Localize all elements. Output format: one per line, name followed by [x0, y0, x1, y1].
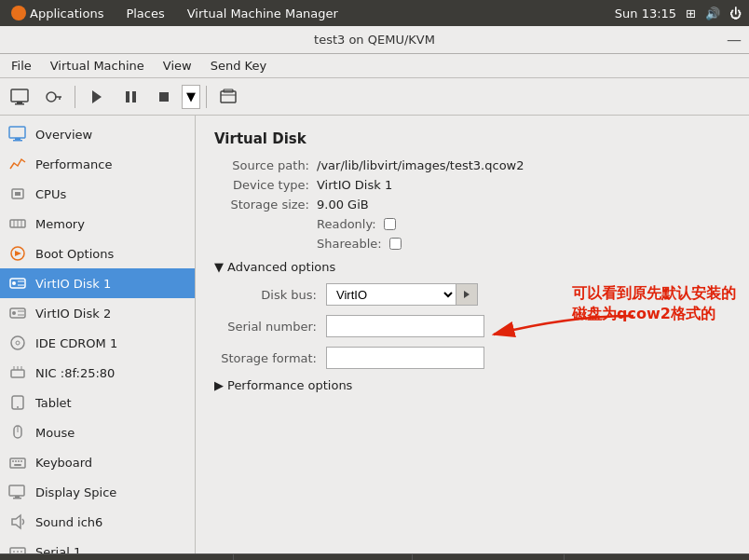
- section-title: Virtual Disk: [214, 130, 730, 147]
- storage-size-label: Storage size:: [214, 198, 317, 212]
- storage-format-row: Storage format: qcow2: [214, 347, 730, 369]
- window-titlebar: test3 on QEMU/KVM —: [0, 26, 749, 54]
- tablet-icon: [7, 392, 28, 413]
- sidebar-item-nic[interactable]: NIC :8f:25:80: [0, 358, 195, 388]
- sidebar-item-cpus-label: CPUs: [35, 187, 66, 201]
- svg-point-33: [16, 341, 20, 345]
- svg-rect-1: [17, 102, 22, 103]
- perf-collapse-icon: ▶: [214, 378, 224, 392]
- nic-icon: [7, 362, 28, 383]
- performance-options-section[interactable]: ▶ Performance options: [214, 378, 730, 392]
- play-button[interactable]: [81, 82, 113, 112]
- sidebar-item-keyboard[interactable]: Keyboard: [0, 447, 195, 477]
- snapshot-icon: [219, 89, 238, 105]
- toolbar-separator-2: [206, 86, 207, 108]
- sidebar-item-virtio-disk-1[interactable]: VirtIO Disk 1: [0, 268, 195, 298]
- cdrom-icon: [7, 333, 28, 353]
- power-icon[interactable]: ⏻: [729, 7, 742, 20]
- stop-button[interactable]: [148, 82, 180, 112]
- minimize-button[interactable]: —: [727, 33, 742, 48]
- snapshot-button[interactable]: [212, 82, 244, 112]
- storage-format-label: Storage format:: [214, 351, 326, 365]
- sound-icon: [7, 512, 28, 532]
- sidebar-item-tablet[interactable]: Tablet: [0, 388, 195, 417]
- svg-rect-14: [15, 138, 20, 140]
- sidebar-item-sound[interactable]: Sound ich6: [0, 507, 195, 537]
- keyboard-icon: [7, 452, 28, 472]
- sidebar-item-ide-cdrom[interactable]: IDE CDROM 1: [0, 328, 195, 358]
- advanced-header[interactable]: ▼ Advanced options: [214, 260, 730, 274]
- svg-rect-15: [13, 140, 22, 142]
- sidebar-item-boot-label: Boot Options: [35, 247, 114, 261]
- distro-menu[interactable]: Applications: [7, 4, 107, 22]
- svg-marker-23: [15, 251, 21, 256]
- status-item-terminal[interactable]: root@youngfit:/var/lib/libvirt/ima...: [0, 554, 234, 560]
- disk-bus-arrow-button[interactable]: [456, 283, 478, 306]
- svg-rect-2: [15, 103, 24, 105]
- toolbar-dropdown[interactable]: ▼: [182, 85, 200, 109]
- display-icon: [7, 482, 28, 502]
- serial-icon: [7, 541, 28, 553]
- svg-marker-59: [464, 291, 470, 298]
- serial-number-label: Serial number:: [214, 320, 326, 334]
- storage-size-value: 9.00 GiB: [317, 198, 369, 212]
- sidebar-item-cpus[interactable]: CPUs: [0, 179, 195, 209]
- sidebar-item-virtio-disk-2[interactable]: VirtIO Disk 2: [0, 298, 195, 328]
- virtual-machine-menu[interactable]: Virtual Machine: [43, 57, 152, 75]
- app-menubar: File Virtual Machine View Send Key: [0, 54, 749, 78]
- places-menu[interactable]: Places: [122, 5, 168, 22]
- view-menu[interactable]: View: [156, 57, 199, 75]
- sidebar-item-performance[interactable]: Performance: [0, 149, 195, 179]
- disk-2-icon: [7, 303, 28, 323]
- source-path-value: /var/lib/libvirt/images/test3.qcow2: [317, 158, 524, 172]
- sidebar-item-serial-label: Serial 1: [35, 545, 81, 554]
- play-icon: [90, 89, 103, 104]
- stop-icon: [157, 90, 170, 103]
- applications-menu[interactable]: Applications: [30, 7, 103, 20]
- key-button[interactable]: [37, 82, 69, 112]
- disk-bus-row: Disk bus: VirtIO: [214, 283, 730, 306]
- sidebar-item-mouse[interactable]: Mouse: [0, 417, 195, 447]
- clock: Sun 13:15: [615, 7, 676, 20]
- performance-icon: [7, 154, 28, 174]
- send-key-menu[interactable]: Send Key: [203, 57, 274, 75]
- disk-bus-select[interactable]: VirtIO: [326, 283, 456, 306]
- sidebar-item-display-spice[interactable]: Display Spice: [0, 477, 195, 507]
- arrow-right-icon: [462, 290, 471, 299]
- sidebar-item-boot[interactable]: Boot Options: [0, 239, 195, 268]
- sidebar: Overview Performance CPUs Memory Boot Op: [0, 116, 196, 553]
- top-menubar: Applications Places Virtual Machine Mana…: [0, 0, 749, 26]
- shareable-checkbox[interactable]: [389, 238, 402, 250]
- pause-button[interactable]: [115, 82, 146, 112]
- svg-rect-10: [221, 91, 236, 102]
- clock-area: Sun 13:15 ⊞ 🔊 ⏻: [615, 7, 742, 20]
- readonly-checkbox[interactable]: [384, 218, 396, 230]
- svg-rect-34: [11, 370, 24, 377]
- status-item-vm[interactable]: test3 on QEMU/KVM: [413, 554, 565, 560]
- sidebar-item-memory[interactable]: Memory: [0, 209, 195, 239]
- storage-format-input[interactable]: qcow2: [326, 347, 484, 369]
- serial-number-row: Serial number:: [214, 315, 730, 337]
- sidebar-item-virtio-disk-2-label: VirtIO Disk 2: [35, 307, 111, 321]
- svg-rect-50: [13, 498, 21, 499]
- svg-marker-6: [92, 90, 102, 103]
- shareable-label: Shareable:: [317, 237, 389, 251]
- svg-rect-9: [159, 92, 169, 102]
- advanced-label: Advanced options: [227, 260, 335, 274]
- app-name-menu[interactable]: Virtual Machine Manager: [184, 5, 342, 22]
- sidebar-item-overview[interactable]: Overview: [0, 119, 195, 149]
- svg-marker-51: [12, 515, 20, 528]
- device-type-row: Device type: VirtIO Disk 1: [214, 178, 730, 192]
- monitor-icon: [10, 89, 29, 105]
- main-content: Overview Performance CPUs Memory Boot Op: [0, 116, 749, 553]
- serial-number-input[interactable]: [326, 315, 484, 337]
- memory-icon: [7, 213, 28, 234]
- sidebar-item-overview-label: Overview: [35, 128, 92, 142]
- file-menu[interactable]: File: [4, 57, 39, 75]
- svg-point-32: [11, 336, 24, 349]
- sidebar-item-serial[interactable]: Serial 1: [0, 537, 195, 553]
- status-item-vmm[interactable]: Virtual Machine Manager: [234, 554, 414, 560]
- monitor-button[interactable]: [4, 82, 35, 112]
- key-icon: [44, 89, 62, 105]
- readonly-row: Readonly:: [317, 217, 730, 231]
